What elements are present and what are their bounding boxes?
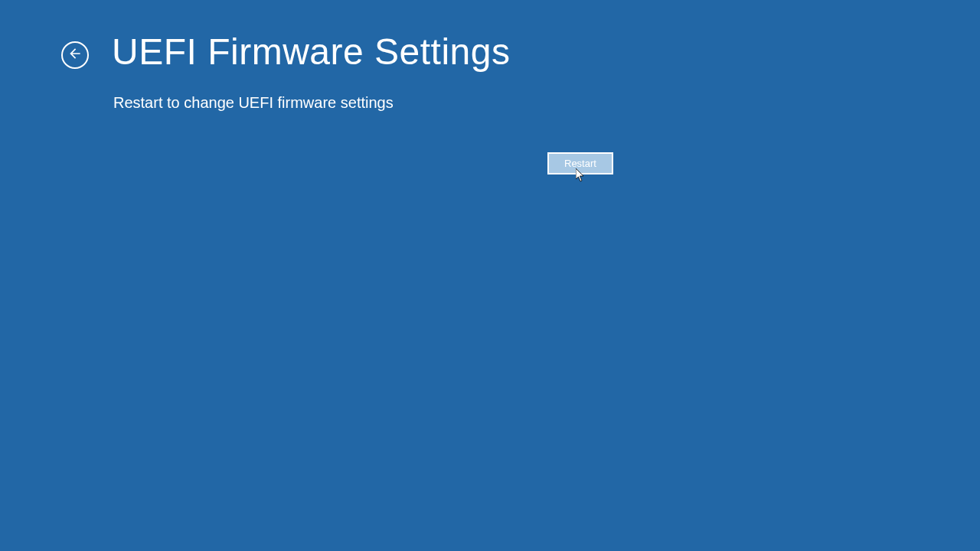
back-button[interactable] xyxy=(61,41,89,69)
arrow-left-icon xyxy=(67,46,83,64)
page-header: UEFI Firmware Settings xyxy=(0,0,980,73)
page-title: UEFI Firmware Settings xyxy=(112,31,510,73)
page-description: Restart to change UEFI firmware settings xyxy=(0,73,980,112)
restart-button[interactable]: Restart xyxy=(547,152,613,174)
button-row: Restart xyxy=(547,152,613,174)
